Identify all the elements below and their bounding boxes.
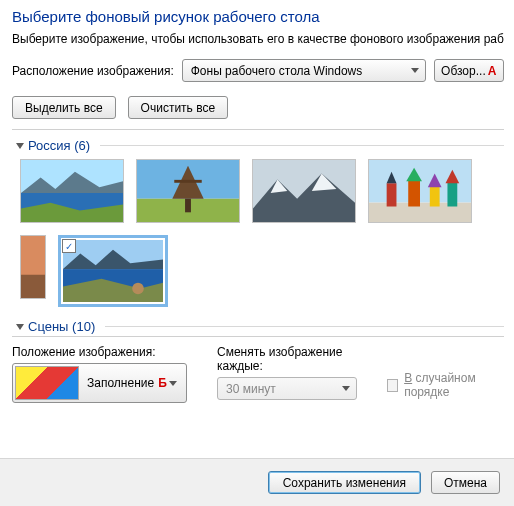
checkbox-icon	[387, 379, 398, 392]
chevron-down-icon	[411, 68, 419, 73]
interval-label: Сменять изображение каждые:	[217, 345, 357, 373]
svg-rect-15	[387, 183, 397, 206]
select-all-button[interactable]: Выделить все	[12, 96, 116, 119]
chevron-down-icon	[342, 386, 350, 391]
browse-button[interactable]: Обзор... А	[434, 59, 504, 82]
wallpaper-thumb[interactable]	[252, 159, 356, 223]
wallpaper-thumb-selected[interactable]: ✓	[58, 235, 168, 307]
page-title: Выберите фоновый рисунок рабочего стола	[12, 8, 504, 25]
save-button[interactable]: Сохранить изменения	[268, 471, 421, 494]
cancel-button[interactable]: Отмена	[431, 471, 500, 494]
interval-value: 30 минут	[226, 382, 276, 396]
location-combo[interactable]: Фоны рабочего стола Windows	[182, 59, 426, 82]
svg-rect-17	[408, 180, 420, 207]
svg-rect-24	[21, 275, 45, 298]
wallpaper-thumb[interactable]	[368, 159, 472, 223]
footer: Сохранить изменения Отмена	[0, 458, 514, 506]
wallpaper-thumb[interactable]	[136, 159, 240, 223]
position-combo[interactable]: Заполнение Б	[12, 363, 187, 403]
location-value: Фоны рабочего стола Windows	[191, 64, 363, 78]
location-label: Расположение изображения:	[12, 64, 174, 78]
wallpaper-thumb[interactable]	[20, 159, 124, 223]
svg-rect-19	[430, 185, 440, 206]
svg-point-29	[132, 283, 144, 295]
chevron-down-icon	[169, 381, 177, 386]
clear-all-button[interactable]: Очистить все	[128, 96, 228, 119]
group-header-russia[interactable]: Россия (6)	[16, 138, 504, 153]
svg-rect-7	[185, 199, 191, 213]
position-value: Заполнение	[87, 376, 154, 390]
wallpaper-thumb[interactable]	[20, 235, 46, 299]
interval-combo[interactable]: 30 минут	[217, 377, 357, 400]
checkbox-icon: ✓	[62, 239, 76, 253]
position-label: Положение изображения:	[12, 345, 187, 359]
group-header-scenes[interactable]: Сцены (10)	[16, 319, 504, 334]
marker-a: А	[488, 64, 497, 78]
marker-b: Б	[158, 376, 167, 390]
shuffle-label: В случайном порядке	[404, 371, 504, 399]
shuffle-checkbox-row[interactable]: В случайном порядке	[387, 367, 504, 403]
chevron-down-icon	[16, 324, 24, 330]
page-description: Выберите изображение, чтобы использовать…	[12, 31, 504, 47]
thumbnail-area: Россия (6)	[12, 129, 504, 337]
chevron-down-icon	[16, 143, 24, 149]
position-preview	[15, 366, 79, 400]
svg-rect-21	[447, 182, 457, 207]
